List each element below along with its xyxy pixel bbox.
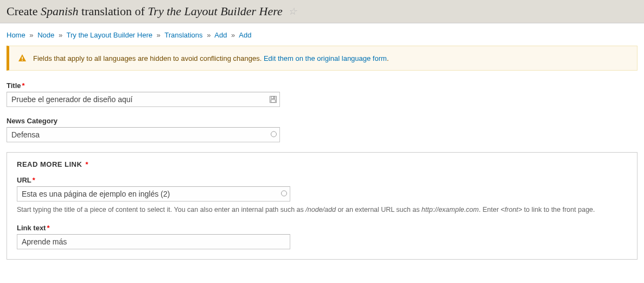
title-label: Title* [7,81,637,90]
title-input-wrap [7,92,280,107]
breadcrumb-sep: » [231,31,235,39]
required-marker: * [33,176,35,184]
required-marker: * [22,81,25,90]
svg-rect-0 [22,57,23,60]
url-label: URL* [17,176,627,184]
title-prefix: Create [7,4,41,18]
required-marker: * [47,224,49,232]
category-input[interactable] [7,127,280,142]
warning-icon [18,54,27,62]
warning-message: Fields that apply to all languages are h… [7,46,637,71]
breadcrumb-sep: » [207,31,211,39]
category-input-wrap [7,127,280,142]
required-marker: * [83,160,88,168]
breadcrumb-sep: » [59,31,62,39]
readmore-legend: Read more link * [17,160,627,168]
breadcrumb-add[interactable]: Add [214,31,227,39]
url-input[interactable] [17,186,290,202]
breadcrumb-translations[interactable]: Translations [164,31,202,39]
page-title: Create Spanish translation of Try the La… [7,4,637,18]
page-header: Create Spanish translation of Try the La… [0,0,644,23]
form-item-title: Title* [7,81,637,107]
content: Fields that apply to all languages are h… [0,46,644,266]
breadcrumb-node[interactable]: Node [37,31,54,39]
breadcrumb-sep: » [157,31,161,39]
breadcrumb-home[interactable]: Home [7,31,25,39]
title-input[interactable] [7,92,280,107]
title-mid: translation of [79,4,148,18]
linktext-label: Link text* [17,224,627,232]
url-description: Start typing the title of a piece of con… [17,205,622,215]
breadcrumb: Home » Node » Try the Layout Builder Her… [0,23,644,46]
form-item-category: News Category [7,117,637,142]
svg-rect-1 [22,60,23,61]
warning-link[interactable]: Edit them on the original language form [264,54,387,62]
title-language: Spanish [41,4,79,18]
form-item-linktext: Link text* [17,224,627,249]
warning-text: Fields that apply to all languages are h… [33,54,389,62]
form-item-url: URL* Start typing the title of a piece o… [17,176,627,215]
readmore-fieldset: Read more link * URL* Start typing the t… [7,152,637,260]
url-input-wrap [17,186,290,202]
breadcrumb-sep: » [29,31,33,39]
breadcrumb-add2[interactable]: Add [239,31,251,39]
star-icon[interactable]: ☆ [288,5,297,17]
breadcrumb-content[interactable]: Try the Layout Builder Here [67,31,152,39]
linktext-input[interactable] [17,234,290,249]
title-node: Try the Layout Builder Here [148,4,283,18]
category-label: News Category [7,117,637,125]
